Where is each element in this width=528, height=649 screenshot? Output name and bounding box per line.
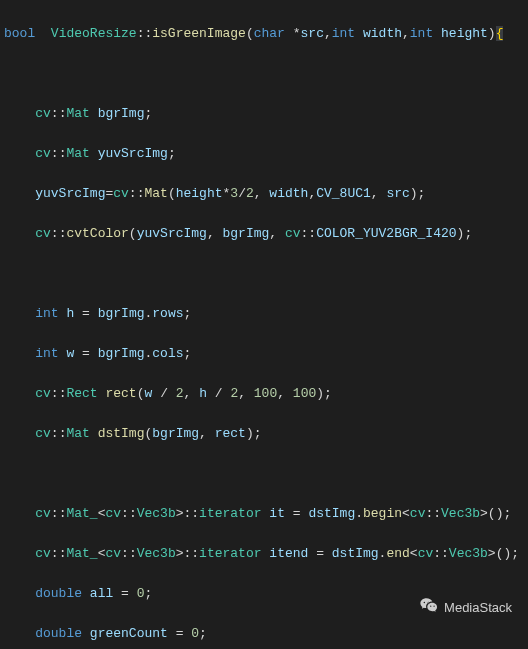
code-line: cv::Mat dstImg(bgrImg, rect); bbox=[4, 424, 528, 444]
code-line: cv::Mat bgrImg; bbox=[4, 104, 528, 124]
code-editor[interactable]: bool VideoResize::isGreenImage(char *src… bbox=[0, 0, 528, 649]
watermark-text: MediaStack bbox=[444, 598, 512, 618]
code-line bbox=[4, 64, 528, 84]
wechat-icon bbox=[398, 577, 438, 639]
code-line: yuvSrcImg=cv::Mat(height*3/2, width,CV_8… bbox=[4, 184, 528, 204]
code-line: int h = bgrImg.rows; bbox=[4, 304, 528, 324]
code-line: cv::Mat_<cv::Vec3b>::iterator it = dstIm… bbox=[4, 504, 528, 524]
code-line bbox=[4, 464, 528, 484]
code-line: cv::cvtColor(yuvSrcImg, bgrImg, cv::COLO… bbox=[4, 224, 528, 244]
code-line bbox=[4, 264, 528, 284]
code-line: cv::Mat_<cv::Vec3b>::iterator itend = ds… bbox=[4, 544, 528, 564]
code-line: cv::Mat yuvSrcImg; bbox=[4, 144, 528, 164]
function-name: isGreenImage bbox=[152, 26, 246, 41]
code-line: cv::Rect rect(w / 2, h / 2, 100, 100); bbox=[4, 384, 528, 404]
class-name: VideoResize bbox=[51, 26, 137, 41]
keyword-bool: bool bbox=[4, 26, 35, 41]
watermark: MediaStack bbox=[398, 577, 512, 639]
code-line: int w = bgrImg.cols; bbox=[4, 344, 528, 364]
code-line: bool VideoResize::isGreenImage(char *src… bbox=[4, 24, 528, 44]
